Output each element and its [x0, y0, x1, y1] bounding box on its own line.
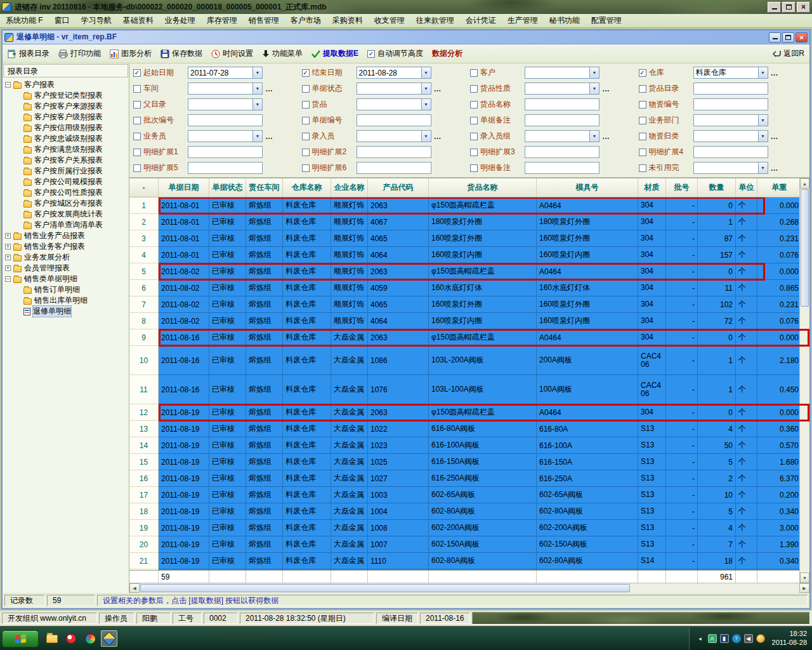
dropdown-arrow-icon[interactable]: ▼	[421, 99, 431, 110]
tree-item[interactable]: 客户按公司性质报表	[3, 187, 129, 198]
menu-item[interactable]: 生产管理	[502, 13, 544, 28]
dropdown-arrow-icon[interactable]: ▼	[758, 131, 768, 142]
filter-checkbox[interactable]	[133, 85, 141, 93]
menu-item[interactable]: 库存管理	[201, 13, 243, 28]
filter-dropdown[interactable]: ▼	[693, 162, 768, 174]
dropdown-arrow-icon[interactable]: ▼	[252, 83, 262, 94]
filter-dropdown[interactable]: ▼	[525, 130, 599, 142]
table-row[interactable]: 172011-08-19已审核熔炼组料废仓库大磊金属1003602-65A阀板6…	[129, 487, 809, 503]
filter-checkbox[interactable]	[470, 117, 478, 124]
filter-input[interactable]	[693, 83, 768, 95]
filter-checkbox[interactable]	[302, 164, 310, 172]
tree-item[interactable]: −客户报表	[3, 79, 129, 90]
network-icon[interactable]: ▮	[720, 634, 729, 643]
filter-dropdown[interactable]: ▼	[693, 114, 768, 126]
filter-checkbox[interactable]: ✓	[133, 69, 141, 77]
input-method-icon[interactable]: A	[708, 634, 717, 643]
child-minimize-button[interactable]	[769, 32, 781, 43]
menu-item[interactable]: 配置管理	[586, 13, 627, 28]
menu-item[interactable]: 学习导航	[75, 13, 117, 28]
filter-checkbox[interactable]	[133, 101, 141, 109]
time-settings-button[interactable]: 时间设置	[211, 48, 253, 59]
report-catalog-button[interactable]: 报表目录	[8, 48, 49, 59]
close-button[interactable]: ×	[797, 2, 810, 13]
menu-item[interactable]: 采购资料	[327, 13, 369, 28]
filter-input[interactable]	[188, 162, 263, 174]
dropdown-arrow-icon[interactable]: ▼	[589, 131, 599, 142]
table-row[interactable]: 222011-08-19已审核熔炼组料废仓库大磊金属1109602-150A阀板…	[129, 569, 809, 570]
minimize-button[interactable]	[768, 2, 781, 13]
filter-checkbox[interactable]	[133, 149, 141, 156]
child-restore-button[interactable]	[782, 32, 794, 43]
filter-dropdown[interactable]: ▼	[357, 83, 431, 95]
filter-checkbox[interactable]	[133, 164, 141, 172]
filter-dropdown[interactable]: ▼	[357, 98, 431, 110]
table-row[interactable]: 122011-08-19已审核熔炼组料废仓库大磊金属2063φ150圆高帽疏栏盖…	[129, 404, 809, 421]
tree-item[interactable]: +业务发展分析	[3, 252, 129, 263]
child-close-button[interactable]: ×	[796, 32, 808, 43]
dropdown-arrow-icon[interactable]: ▼	[421, 83, 431, 94]
table-row[interactable]: 12011-08-01已审核熔炼组料废仓库顺展灯饰2063φ150圆高帽疏栏盖A…	[129, 197, 809, 214]
volume-icon[interactable]: ◀	[744, 634, 753, 643]
menu-item[interactable]: 系统功能 F	[0, 13, 49, 28]
quicklaunch-antivirus-shortcut[interactable]	[63, 630, 79, 647]
more-button[interactable]: …	[602, 132, 610, 141]
filter-checkbox[interactable]	[133, 133, 141, 140]
table-row[interactable]: 142011-08-19已审核熔炼组料废仓库大磊金属1023616-100A阀板…	[129, 437, 809, 454]
tree-item[interactable]: −销售类单据明细	[3, 274, 129, 284]
quicklaunch-folder-shortcut[interactable]	[44, 630, 60, 647]
column-header[interactable]: 企业名称	[331, 178, 368, 197]
column-header[interactable]: 材质	[638, 178, 666, 197]
function-menu-button[interactable]: 功能菜单	[262, 48, 303, 59]
filter-input[interactable]	[693, 98, 768, 110]
table-row[interactable]: 22011-08-01已审核熔炼组料废仓库顺展灯饰4067180喷泉灯外圈180…	[129, 214, 809, 230]
table-row[interactable]: 102011-08-16已审核熔炼组料废仓库大磊金属1086103L-200A阀…	[129, 346, 809, 375]
auto-height-toggle[interactable]: ✓ 自动调节高度	[367, 48, 423, 59]
dropdown-arrow-icon[interactable]: ▼	[758, 67, 768, 78]
table-row[interactable]: 82011-08-02已审核熔炼组料废仓库顺展灯饰4064160喷泉灯内圈160…	[129, 313, 809, 329]
filter-checkbox[interactable]	[470, 101, 478, 109]
tree-expander-icon[interactable]: −	[5, 82, 11, 88]
dropdown-arrow-icon[interactable]: ▼	[252, 131, 262, 142]
more-button[interactable]: …	[602, 84, 610, 93]
tree-item[interactable]: 客户按忠诚级别报表	[3, 133, 129, 144]
menu-item[interactable]: 业务处理	[159, 13, 201, 28]
filter-dropdown[interactable]: 2011-07-28▼	[188, 67, 263, 79]
dropdown-arrow-icon[interactable]: ▼	[758, 162, 768, 173]
filter-checkbox[interactable]	[302, 149, 310, 156]
more-button[interactable]: …	[265, 84, 273, 93]
table-row[interactable]: 52011-08-02已审核熔炼组料废仓库顺展灯饰2063φ150圆高帽疏栏盖A…	[129, 263, 809, 280]
tree-item[interactable]: 客户按客户级别报表	[3, 112, 129, 123]
quicklaunch-browser-shortcut[interactable]	[82, 630, 98, 647]
filter-checkbox[interactable]	[639, 117, 646, 124]
table-row[interactable]: 62011-08-02已审核熔炼组料废仓库顺展灯饰4059160水底灯灯体160…	[129, 280, 809, 296]
menu-item[interactable]: 销售管理	[243, 13, 285, 28]
table-row[interactable]: 112011-08-16已审核熔炼组料废仓库大磊金属1076103L-100A阀…	[129, 375, 809, 404]
update-ball-icon[interactable]	[756, 634, 765, 643]
more-button[interactable]: …	[771, 132, 779, 141]
dropdown-arrow-icon[interactable]: ▼	[252, 99, 262, 110]
more-button[interactable]: …	[265, 132, 273, 141]
tree-item[interactable]: 客户按客户来源报表	[3, 101, 129, 112]
filter-checkbox[interactable]: ✓	[639, 69, 646, 77]
tree-expander-icon[interactable]: +	[5, 255, 11, 260]
tree-item[interactable]: 客户清单查询清单表	[3, 220, 129, 230]
taskbar-active-app[interactable]	[101, 630, 117, 647]
column-header[interactable]: 单据日期	[159, 178, 209, 197]
menu-item[interactable]: 基础资料	[117, 13, 159, 28]
column-header[interactable]: 单重	[757, 178, 802, 197]
table-row[interactable]: 92011-08-16已审核熔炼组料废仓库大磊金属2063φ150圆高帽疏栏盖A…	[129, 329, 809, 346]
tree-item[interactable]: 客户按满意级别报表	[3, 144, 129, 155]
tree-item[interactable]: 客户按信用级别报表	[3, 123, 129, 133]
print-button[interactable]: 打印功能	[58, 48, 101, 59]
filter-checkbox[interactable]	[639, 101, 646, 109]
filter-input[interactable]	[357, 146, 431, 158]
menu-item[interactable]: 收支管理	[369, 13, 410, 28]
dropdown-arrow-icon[interactable]: ▼	[252, 67, 262, 78]
filter-dropdown[interactable]: ▼	[357, 130, 431, 142]
start-button[interactable]	[2, 630, 39, 647]
filter-input[interactable]	[525, 146, 599, 158]
dropdown-arrow-icon[interactable]: ▼	[758, 115, 768, 126]
more-button[interactable]: …	[771, 164, 779, 173]
horizontal-scroll-track[interactable]	[631, 583, 799, 593]
